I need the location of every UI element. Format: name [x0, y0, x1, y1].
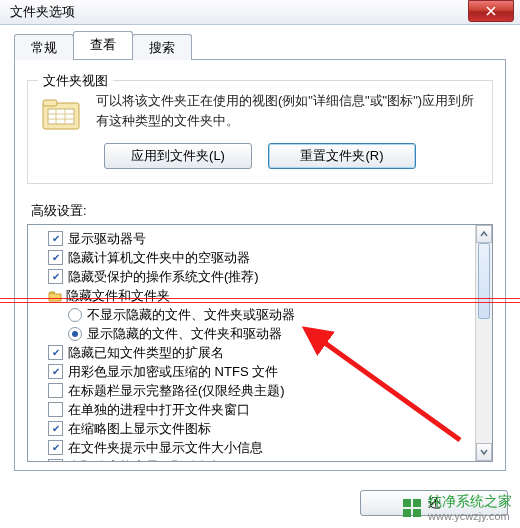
scroll-thumb[interactable] [478, 243, 490, 319]
tab-body-view: 文件夹视图 可以将该文件夹正在使用的视图(例如"详细信息"或"图标")应用到所有… [14, 59, 506, 471]
tree-check-item[interactable]: 用彩色显示加密或压缩的 NTFS 文件 [48, 362, 474, 381]
tree-item-label: 在文件夹提示中显示文件大小信息 [68, 439, 263, 457]
tab-view[interactable]: 查看 [73, 31, 133, 59]
scroll-down-button[interactable] [476, 443, 492, 461]
checkbox[interactable] [48, 345, 63, 360]
tree-check-item[interactable]: 隐藏已知文件类型的扩展名 [48, 343, 474, 362]
folder-views-row: 可以将该文件夹正在使用的视图(例如"详细信息"或"图标")应用到所有这种类型的文… [40, 91, 480, 133]
folder-views-description: 可以将该文件夹正在使用的视图(例如"详细信息"或"图标")应用到所有这种类型的文… [96, 91, 480, 131]
checkbox[interactable] [48, 364, 63, 379]
tree-check-item[interactable]: 隐藏计算机文件夹中的空驱动器 [48, 248, 474, 267]
svg-rect-1 [43, 100, 57, 106]
folder-views-icon [40, 95, 82, 133]
checkbox[interactable] [48, 383, 63, 398]
tree-item-label: 隐藏已知文件类型的扩展名 [68, 344, 224, 362]
tree-item-label: 显示驱动器号 [68, 230, 146, 248]
checkbox[interactable] [48, 231, 63, 246]
tree-check-item[interactable]: 在单独的进程中打开文件夹窗口 [48, 400, 474, 419]
watermark-text: 纯净系统之家 www.ycwzjy.com [428, 493, 512, 522]
tree-item-label: 隐藏受保护的操作系统文件(推荐) [68, 268, 259, 286]
tree-radio-item[interactable]: 不显示隐藏的文件、文件夹或驱动器 [68, 305, 474, 324]
svg-rect-8 [403, 499, 411, 507]
advanced-settings-tree: 显示驱动器号隐藏计算机文件夹中的空驱动器隐藏受保护的操作系统文件(推荐)隐藏文件… [28, 225, 476, 462]
advanced-settings-listbox[interactable]: 显示驱动器号隐藏计算机文件夹中的空驱动器隐藏受保护的操作系统文件(推荐)隐藏文件… [27, 224, 493, 462]
checkbox[interactable] [48, 402, 63, 417]
checkbox[interactable] [48, 459, 63, 462]
checkbox[interactable] [48, 440, 63, 455]
tab-general[interactable]: 常规 [14, 34, 74, 60]
chevron-down-icon [480, 448, 488, 456]
tree-item-label: 在单独的进程中打开文件夹窗口 [68, 401, 250, 419]
folder-views-buttons: 应用到文件夹(L) 重置文件夹(R) [40, 143, 480, 169]
titlebar: 文件夹选项 [0, 0, 520, 25]
reset-folders-button[interactable]: 重置文件夹(R) [268, 143, 416, 169]
svg-rect-10 [403, 509, 411, 517]
window-title: 文件夹选项 [10, 3, 75, 21]
folder-icon [48, 290, 62, 302]
scroll-up-button[interactable] [476, 225, 492, 243]
tree-check-item[interactable]: 隐藏受保护的操作系统文件(推荐) [48, 267, 474, 286]
tree-item-label: 用彩色显示加密或压缩的 NTFS 文件 [68, 363, 278, 381]
close-icon [486, 6, 496, 16]
tree-check-item[interactable]: 在文件夹提示中显示文件大小信息 [48, 438, 474, 457]
tree-item-label: 在预览窗格中显示预览句柄 [68, 458, 224, 463]
folder-views-group-label: 文件夹视图 [38, 72, 113, 90]
tree-item-label: 隐藏文件和文件夹 [66, 287, 170, 305]
tab-strip: 常规 查看 搜索 [14, 33, 520, 59]
scrollbar-vertical[interactable] [475, 225, 492, 461]
checkbox[interactable] [48, 250, 63, 265]
radio[interactable] [68, 327, 82, 341]
radio[interactable] [68, 308, 82, 322]
svg-rect-11 [413, 509, 421, 517]
tree-item-label: 在标题栏显示完整路径(仅限经典主题) [68, 382, 285, 400]
close-button[interactable] [468, 0, 514, 22]
svg-rect-2 [48, 109, 74, 124]
advanced-settings-label: 高级设置: [31, 202, 493, 220]
tree-item-label: 隐藏计算机文件夹中的空驱动器 [68, 249, 250, 267]
tree-check-item[interactable]: 在缩略图上显示文件图标 [48, 419, 474, 438]
tree-item-label: 不显示隐藏的文件、文件夹或驱动器 [87, 306, 295, 324]
tab-search[interactable]: 搜索 [132, 34, 192, 60]
tree-check-item[interactable]: 在标题栏显示完整路径(仅限经典主题) [48, 381, 474, 400]
apply-to-folders-button[interactable]: 应用到文件夹(L) [104, 143, 252, 169]
tree-radio-item[interactable]: 显示隐藏的文件、文件夹和驱动器 [68, 324, 474, 343]
tree-folder-node: 隐藏文件和文件夹 [48, 286, 474, 305]
watermark: 纯净系统之家 www.ycwzjy.com [402, 493, 512, 522]
chevron-up-icon [480, 230, 488, 238]
svg-rect-9 [413, 499, 421, 507]
tree-item-label: 显示隐藏的文件、文件夹和驱动器 [87, 325, 282, 343]
folder-options-window: 文件夹选项 常规 查看 搜索 文件夹视图 可以将该文件夹正在使用的视图(例如"详… [0, 0, 520, 528]
tree-check-item[interactable]: 在预览窗格中显示预览句柄 [48, 457, 474, 462]
tree-check-item[interactable]: 显示驱动器号 [48, 229, 474, 248]
watermark-url: www.ycwzjy.com [428, 511, 512, 522]
watermark-name: 纯净系统之家 [428, 493, 512, 509]
checkbox[interactable] [48, 269, 63, 284]
folder-views-group: 文件夹视图 可以将该文件夹正在使用的视图(例如"详细信息"或"图标")应用到所有… [27, 80, 493, 184]
checkbox[interactable] [48, 421, 63, 436]
tree-item-label: 在缩略图上显示文件图标 [68, 420, 211, 438]
watermark-logo-icon [402, 498, 422, 518]
